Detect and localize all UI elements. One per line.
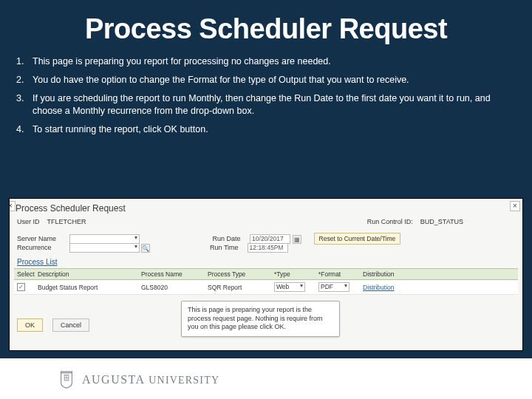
run-control-id-value: BUD_STATUS	[420, 218, 463, 225]
instruction-number: 3.	[16, 92, 33, 117]
instruction-text: You do have the option to change the For…	[33, 74, 516, 86]
process-table: Select Description Process Name Process …	[14, 268, 518, 295]
instruction-text: If you are scheduling the report to run …	[33, 92, 516, 117]
footer-branding: AUGUSTA UNIVERSITY	[58, 370, 219, 389]
user-id-label: User ID	[17, 218, 40, 225]
instruction-number: 4.	[16, 123, 33, 136]
col-description: Description	[38, 270, 141, 278]
slide-dark-panel: Process Scheduler Request 1. This page i…	[0, 0, 532, 358]
university-shield-icon	[58, 370, 75, 389]
university-name: AUGUSTA UNIVERSITY	[82, 373, 219, 386]
run-date-label: Run Date	[213, 235, 248, 242]
instruction-text: This page is preparing you report for pr…	[33, 55, 516, 68]
run-control-id-label: Run Control ID:	[367, 218, 413, 225]
dialog-title: Process Scheduler Request	[16, 203, 126, 214]
instruction-item: 1. This page is preparing you report for…	[16, 55, 516, 68]
instruction-item: 2. You do have the option to change the …	[16, 74, 516, 86]
recurrence-label: Recurrence	[17, 244, 67, 251]
row-format-select[interactable]: PDF	[318, 282, 349, 292]
cancel-button[interactable]: Cancel	[52, 318, 89, 332]
process-list-heading: Process List	[17, 258, 57, 266]
embedded-screenshot: × × Process Scheduler Request User ID TF…	[9, 198, 523, 351]
close-icon[interactable]: ×	[9, 201, 16, 211]
row-select-checkbox[interactable]: ✓	[17, 283, 25, 291]
table-header: Select Description Process Name Process …	[14, 268, 518, 280]
calendar-icon[interactable]: ▦	[293, 235, 301, 244]
instruction-callout: This is page is preparing your report is…	[181, 301, 340, 337]
col-process-type: Process Type	[208, 270, 274, 278]
user-id-value: TFLETCHER	[47, 218, 86, 225]
instruction-text: To start running the report, click OK bu…	[33, 123, 516, 136]
col-process-name: Process Name	[141, 270, 208, 278]
ok-button[interactable]: OK	[17, 318, 43, 332]
recurrence-select[interactable]	[69, 243, 140, 253]
col-distribution: Distribution	[363, 270, 407, 278]
instruction-number: 1.	[16, 55, 33, 68]
lookup-icon[interactable]: 🔍	[141, 244, 150, 253]
row-description: Budget Status Report	[38, 284, 141, 291]
col-type: *Type	[274, 270, 318, 278]
instruction-item: 3. If you are scheduling the report to r…	[16, 92, 516, 117]
server-name-label: Server Name	[17, 235, 67, 242]
instructions-list: 1. This page is preparing you report for…	[0, 55, 532, 149]
instruction-item: 4. To start running the report, click OK…	[16, 123, 516, 136]
page-title: Process Scheduler Request	[0, 0, 532, 55]
col-select: Select	[17, 270, 38, 278]
row-recurrence-runtime: Recurrence 🔍 Run Time 12:18:45PM	[17, 243, 515, 253]
run-time-label: Run Time	[210, 244, 245, 251]
row-distribution-link[interactable]: Distribution	[363, 284, 395, 291]
table-row: ✓ Budget Status Report GLS8020 SQR Repor…	[14, 280, 518, 295]
row-process-name: GLS8020	[141, 284, 208, 291]
instruction-number: 2.	[16, 74, 33, 86]
col-format: *Format	[318, 270, 363, 278]
run-time-input[interactable]: 12:18:45PM	[248, 243, 288, 253]
row-user-runcontrol: User ID TFLETCHER Run Control ID: BUD_ST…	[17, 218, 515, 225]
row-type-select[interactable]: Web	[274, 282, 305, 292]
close-icon[interactable]: ×	[510, 201, 520, 211]
row-process-type: SQR Report	[208, 284, 274, 291]
